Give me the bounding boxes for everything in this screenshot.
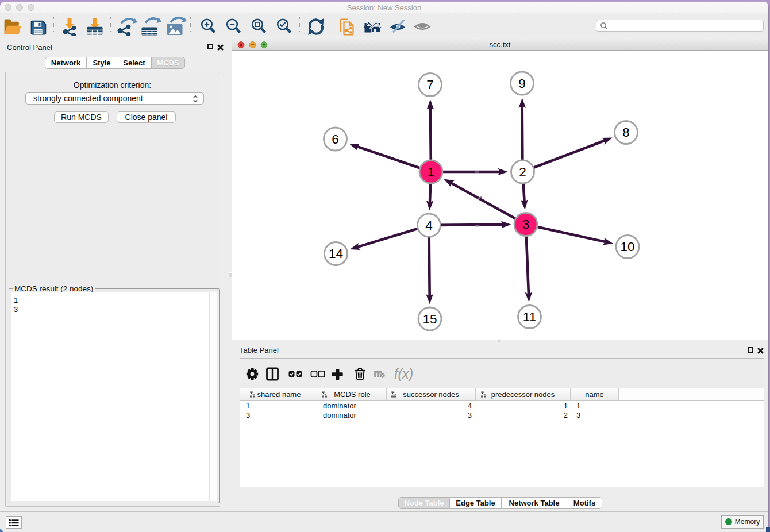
svg-text:10: 10 — [620, 240, 634, 254]
svg-text:7: 7 — [426, 78, 434, 92]
svg-text:15: 15 — [422, 312, 437, 326]
svg-text:14: 14 — [329, 246, 343, 261]
svg-text:8: 8 — [622, 125, 630, 140]
svg-text:f(x): f(x) — [394, 367, 413, 381]
svg-text:1: 1 — [428, 165, 435, 179]
svg-text:2: 2 — [519, 165, 526, 179]
svg-text:9: 9 — [518, 76, 526, 91]
svg-text:4: 4 — [425, 218, 433, 233]
svg-text:3: 3 — [522, 217, 530, 232]
svg-text:6: 6 — [332, 132, 339, 147]
svg-text:11: 11 — [523, 310, 536, 324]
